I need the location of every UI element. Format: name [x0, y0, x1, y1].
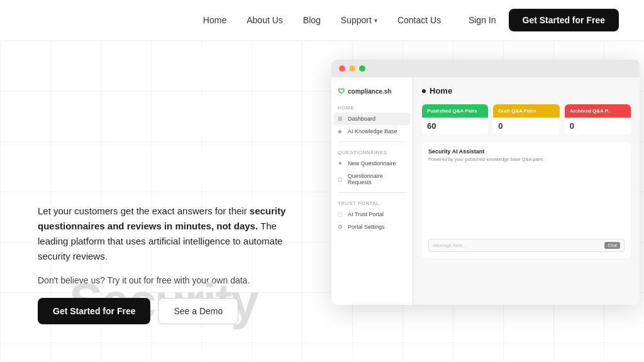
sidebar-divider-1 — [338, 141, 406, 142]
stat-header-draft: Draft Q&A Pairs — [493, 104, 559, 118]
app-main-content: Home Published Q&A Pairs 60 Draft Q&A Pa… — [413, 77, 640, 305]
window-body: 🛡 compliance.sh Home ⊞ Dashboard ◈ AI Kn… — [331, 77, 640, 305]
sidebar-divider-2 — [338, 192, 406, 193]
stat-card-draft: Draft Q&A Pairs 0 — [493, 104, 559, 134]
hero-right-panel: 🛡 compliance.sh Home ⊞ Dashboard ◈ AI Kn… — [327, 41, 644, 362]
ai-assistant-subtitle: Powered by your published knowledge base… — [428, 156, 625, 162]
app-window: 🛡 compliance.sh Home ⊞ Dashboard ◈ AI Kn… — [331, 60, 640, 305]
ai-assistant-card: Security AI Assistant Powered by your pu… — [422, 142, 631, 258]
portal-icon: ◌ — [338, 211, 344, 217]
sidebar-section-questionnaires: Questionnaires — [331, 146, 413, 157]
nav-blog[interactable]: Blog — [303, 15, 321, 25]
chat-placeholder: Message here... — [433, 243, 604, 248]
stat-card-archived: Archived Q&A P... 0 — [565, 104, 631, 134]
window-close-dot — [339, 65, 345, 72]
sidebar-section-trust: Trust Portal — [331, 197, 413, 208]
stat-value-archived: 0 — [565, 118, 631, 134]
sidebar-item-questionnaire-requests[interactable]: ◻ Questionnaire Requests — [331, 170, 413, 189]
stat-value-published: 60 — [422, 118, 488, 134]
nav-about[interactable]: About Us — [247, 15, 283, 25]
plus-icon: ✦ — [338, 160, 344, 167]
knowledge-icon: ◈ — [338, 128, 344, 134]
sidebar-section-home: Home — [331, 101, 413, 112]
window-maximize-dot — [359, 65, 365, 72]
chat-send-button[interactable]: Chat — [604, 242, 620, 249]
stat-value-draft: 0 — [493, 118, 559, 134]
sidebar-item-trust-portal[interactable]: ◌ AI Trust Portal — [331, 208, 413, 221]
hero-left-panel: Let your customers get the exact answers… — [0, 204, 327, 362]
nav-actions: Sign In Get Started for Free — [469, 9, 619, 31]
window-titlebar — [331, 60, 640, 77]
hero-buttons: Get Started for Free See a Demo — [38, 298, 289, 324]
stats-row: Published Q&A Pairs 60 Draft Q&A Pairs 0… — [422, 104, 631, 134]
stat-card-published: Published Q&A Pairs 60 — [422, 104, 488, 134]
dont-believe-text: Don't believe us? Try it out for free wi… — [38, 275, 289, 285]
requests-icon: ◻ — [338, 176, 344, 182]
nav-home[interactable]: Home — [203, 15, 226, 25]
sign-in-link[interactable]: Sign In — [469, 15, 496, 25]
sidebar-item-new-questionnaire[interactable]: ✦ New Questionnaire — [331, 157, 413, 170]
sidebar-item-knowledge-base[interactable]: ◈ AI Knowledge Base — [331, 125, 413, 138]
ai-assistant-title: Security AI Assistant — [428, 148, 625, 155]
sidebar-logo: 🛡 compliance.sh — [331, 84, 413, 101]
chevron-down-icon: ▾ — [374, 17, 377, 24]
settings-icon: ⚙ — [338, 224, 344, 230]
nav-contact[interactable]: Contact Us — [397, 15, 441, 25]
dashboard-icon: ⊞ — [338, 116, 344, 122]
navigation: Home About Us Blog Support ▾ Contact Us … — [0, 0, 644, 41]
stat-header-archived: Archived Q&A P... — [565, 104, 631, 118]
shield-icon: 🛡 — [338, 87, 345, 95]
get-started-button[interactable]: Get Started for Free — [509, 9, 619, 31]
chat-input-bar[interactable]: Message here... Chat — [428, 239, 625, 252]
hero-demo-button[interactable]: See a Demo — [158, 298, 238, 324]
title-dot — [422, 89, 426, 93]
main-content: Let your customers get the exact answers… — [0, 41, 644, 362]
app-sidebar: 🛡 compliance.sh Home ⊞ Dashboard ◈ AI Kn… — [331, 77, 413, 305]
hero-text: Let your customers get the exact answers… — [38, 204, 289, 264]
sidebar-item-portal-settings[interactable]: ⚙ Portal Settings — [331, 221, 413, 233]
app-page-title: Home — [422, 86, 631, 96]
nav-support-dropdown[interactable]: Support ▾ — [341, 15, 377, 25]
window-minimize-dot — [349, 65, 355, 72]
nav-links: Home About Us Blog Support ▾ Contact Us — [203, 15, 441, 25]
sidebar-item-dashboard[interactable]: ⊞ Dashboard — [334, 112, 410, 125]
hero-get-started-button[interactable]: Get Started for Free — [38, 298, 150, 324]
stat-header-published: Published Q&A Pairs — [422, 104, 488, 118]
